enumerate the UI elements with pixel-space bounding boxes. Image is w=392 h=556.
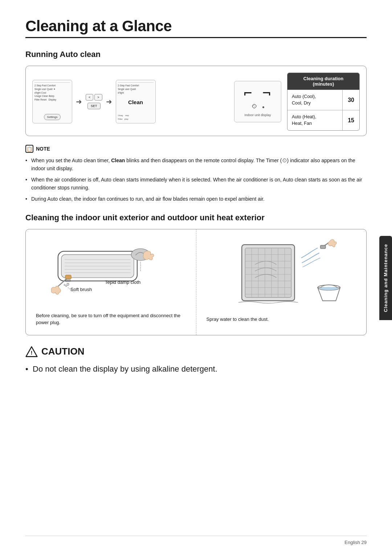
section1-heading: Running Auto clean xyxy=(25,50,367,59)
note-list: When you set the Auto clean timer, Clean… xyxy=(25,156,367,203)
section2-heading: Cleaning the indoor unit exterior and ou… xyxy=(25,213,367,222)
dur-row-2-value: 15 xyxy=(343,110,359,130)
svg-line-12 xyxy=(69,279,69,282)
footer: English 29 xyxy=(25,536,367,545)
note-label: NOTE xyxy=(36,146,50,152)
dur-row-2-label: Auto (Heat),Heat, Fan xyxy=(287,110,343,130)
dur-row-1-label: Auto (Cool),Cool, Dry xyxy=(287,90,343,110)
illus-left-caption: Before cleaning, be sure to turn off the… xyxy=(36,312,186,326)
set-button[interactable]: SET xyxy=(87,103,101,109)
caution-header: ! CAUTION xyxy=(25,346,367,358)
caution-list: Do not clean the display by using alkali… xyxy=(25,363,367,375)
right-button[interactable]: > xyxy=(94,94,102,101)
dur-row-1-value: 30 xyxy=(343,90,359,110)
settings-button[interactable]: Settings xyxy=(44,114,61,120)
title-divider xyxy=(25,37,367,38)
svg-rect-8 xyxy=(65,275,71,279)
svg-point-16 xyxy=(67,283,69,285)
svg-point-36 xyxy=(319,287,338,290)
illus-left: Tepid damp cloth Soft brush Before clean… xyxy=(26,229,196,335)
illus-right: Spray water to clean the dust. xyxy=(196,229,367,335)
left-button[interactable]: < xyxy=(86,94,93,101)
svg-point-18 xyxy=(64,284,65,286)
arrow-right-1: ➜ xyxy=(76,97,82,106)
tepid-cloth-label: Tepid damp cloth xyxy=(105,279,140,285)
clean-bold-1: Clean xyxy=(111,158,125,163)
soft-brush-label: Soft brush xyxy=(70,287,92,292)
indoor-label: Indoor unit display xyxy=(244,113,271,117)
caution-triangle-icon: ! xyxy=(25,346,38,358)
note-icon: 📋 xyxy=(25,145,33,153)
duration-row-1: Auto (Cool),Cool, Dry 30 xyxy=(287,90,359,110)
remote-card-1: 2 Step Fast Comfort Single user Quiet ✦ … xyxy=(32,80,72,123)
arrow-right-2: ➜ xyxy=(106,97,112,106)
note-item-3: During Auto clean, the indoor fan contin… xyxy=(25,195,367,203)
timer-icon: ⏲ xyxy=(252,103,257,110)
indoor-unit-svg xyxy=(36,238,186,311)
segment-display: ⌐ ¬ xyxy=(244,86,272,100)
duration-table-header: Cleaning duration (minutes) xyxy=(287,73,359,90)
indoor-icons-row: ⏲ xyxy=(252,103,264,110)
remote2-text: 2-Step Fast Comfort Single user Quiet d'… xyxy=(118,84,154,94)
nav-buttons: < > xyxy=(86,94,102,101)
illus-right-caption: Spray water to clean the dust. xyxy=(207,316,356,323)
outdoor-unit-svg xyxy=(207,238,356,311)
illustration-box: Tepid damp cloth Soft brush Before clean… xyxy=(25,229,367,335)
clean-label: Clean xyxy=(128,99,143,105)
caution-item-1: Do not clean the display by using alkali… xyxy=(25,363,367,375)
dot-icon xyxy=(262,103,264,110)
auto-clean-diagram: 2 Step Fast Comfort Single user Quiet ✦ … xyxy=(25,66,367,136)
caution-label: CAUTION xyxy=(41,346,84,357)
page-title: Cleaning at a Glance xyxy=(25,17,367,35)
svg-text:!: ! xyxy=(30,349,32,356)
duration-table: Cleaning duration (minutes) Auto (Cool),… xyxy=(287,73,360,131)
note-header: 📋 NOTE xyxy=(25,145,367,153)
timer-symbol: ⏲ xyxy=(282,158,287,163)
caution-section: ! CAUTION Do not clean the display by us… xyxy=(25,346,367,375)
remote-card-2: 2-Step Fast Comfort Single user Quiet d'… xyxy=(116,80,156,123)
svg-rect-20 xyxy=(245,248,291,297)
note-section: 📋 NOTE When you set the Auto clean timer… xyxy=(25,145,367,203)
indoor-display: ⌐ ¬ ⏲ Indoor unit display xyxy=(234,81,281,122)
remote1-text: 2 Step Fast Comfort Single user Quiet ✦ … xyxy=(34,84,70,102)
sidebar-tab: Cleaning and Maintenance xyxy=(379,236,392,320)
footer-text: English 29 xyxy=(344,540,367,545)
svg-rect-34 xyxy=(320,245,326,249)
note-item-1: When you set the Auto clean timer, Clean… xyxy=(25,156,367,173)
duration-row-2: Auto (Heat),Heat, Fan 15 xyxy=(287,110,359,130)
note-item-2: When the air conditioner is off, Auto cl… xyxy=(25,176,367,192)
svg-point-17 xyxy=(66,285,67,287)
